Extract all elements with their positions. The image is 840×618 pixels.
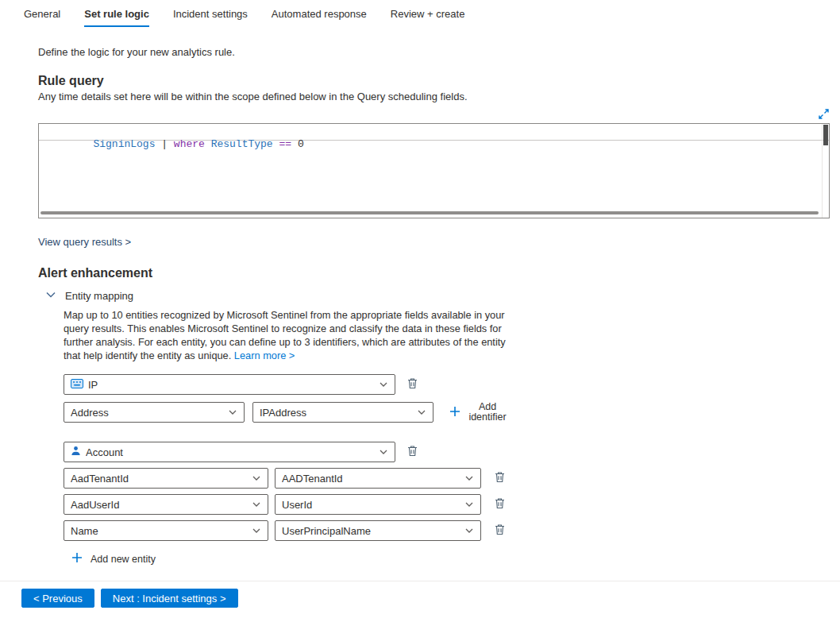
identifier-row: AadTenantId AADTenantId [64,468,840,489]
plus-icon [449,406,460,419]
vertical-scrollbar-thumb[interactable] [823,125,828,145]
entity-type-dropdown[interactable]: Account [64,442,395,462]
entity-type-value: IP [88,379,374,391]
chevron-down-icon [252,525,261,537]
tab-automated-response[interactable]: Automated response [272,8,367,27]
identifier-field-dropdown[interactable]: AadUserId [64,494,268,515]
delete-entity-button[interactable] [407,445,418,459]
identifier-value-dropdown[interactable]: UserId [275,494,481,515]
kql-token-operator: == [273,138,291,150]
delete-identifier-button[interactable] [495,523,505,538]
entity-type-value: Account [86,446,374,458]
chevron-down-icon [252,473,261,485]
tab-content: Define the logic for your new analytics … [0,46,840,566]
identifier-value-dropdown[interactable]: UserPrincipalName [275,520,481,541]
chevron-down-icon [228,407,237,419]
delete-identifier-button[interactable] [495,471,505,485]
chevron-down-icon [252,499,261,511]
account-icon [71,446,81,458]
add-new-entity-button[interactable]: Add new entity [71,552,156,566]
query-code-line[interactable]: SigninLogs | where ResultType == 0 [39,124,829,141]
entity-mapping-description: Map up to 10 entities recognized by Micr… [64,308,519,362]
query-editor[interactable]: SigninLogs | where ResultType == 0 [38,123,830,218]
entity-type-dropdown[interactable]: IP [64,374,395,395]
tab-review-create[interactable]: Review + create [391,8,465,27]
kql-token-column: ResultType [205,138,273,150]
identifier-field-value: AadTenantId [71,473,247,485]
identifier-row: Name UserPrincipalName [64,520,840,541]
horizontal-scrollbar[interactable] [40,211,819,215]
trash-icon [495,471,505,485]
entity-mapping-accordion[interactable]: Entity mapping [45,290,840,302]
tab-set-rule-logic[interactable]: Set rule logic [84,8,149,27]
chevron-down-icon [379,446,388,458]
kql-token-table: SigninLogs [93,138,155,150]
identifier-field-value: Name [71,525,247,537]
previous-button[interactable]: < Previous [21,589,94,608]
kql-token-keyword: where [174,138,205,150]
ip-icon [71,379,83,391]
rule-query-heading: Rule query [38,74,840,88]
chevron-down-icon [45,290,56,302]
learn-more-link[interactable]: Learn more > [234,350,295,361]
entity-row-ip: IP [64,374,840,395]
page-description: Define the logic for your new analytics … [38,46,840,58]
expand-icon [818,108,830,122]
delete-entity-button[interactable] [407,377,418,392]
chevron-down-icon [464,473,474,485]
identifier-row: Address IPAddress Add identifier [64,402,840,423]
trash-icon [495,523,505,538]
tab-incident-settings[interactable]: Incident settings [173,8,248,27]
identifier-value-dropdown[interactable]: IPAddress [252,402,433,423]
vertical-scrollbar[interactable] [822,124,829,218]
rule-query-subheading: Any time details set here will be within… [38,91,840,102]
identifier-value: IPAddress [260,407,412,419]
trash-icon [407,445,418,459]
chevron-down-icon [417,407,426,419]
view-query-results-link[interactable]: View query results > [38,236,131,248]
editor-toolbar [38,109,830,122]
identifier-field-dropdown[interactable]: Address [64,402,245,423]
chevron-down-icon [379,379,388,391]
alert-enhancement-heading: Alert enhancement [38,266,840,280]
identifier-row: AadUserId UserId [64,494,840,515]
trash-icon [495,497,505,512]
horizontal-scrollbar-thumb[interactable] [40,211,819,214]
identifier-value: UserId [282,499,460,511]
chevron-down-icon [464,499,474,511]
add-new-entity-label: Add new entity [91,554,156,565]
set-rule-logic-page: General Set rule logic Incident settings… [0,0,840,618]
delete-identifier-button[interactable] [495,497,505,512]
identifier-value: AADTenantId [282,473,460,485]
entity-row-account: Account [64,442,840,462]
plus-icon [71,552,83,566]
trash-icon [407,377,418,392]
identifier-field-dropdown[interactable]: AadTenantId [64,468,268,489]
chevron-down-icon [464,525,474,537]
identifier-field-dropdown[interactable]: Name [64,520,268,541]
expand-editor-button[interactable] [818,109,830,122]
add-identifier-label: Add identifier [467,402,508,423]
add-identifier-button[interactable]: Add identifier [449,402,508,423]
identifier-value: UserPrincipalName [282,525,460,537]
wizard-footer: < Previous Next : Incident settings > [0,581,840,618]
next-button[interactable]: Next : Incident settings > [101,589,238,608]
tab-general[interactable]: General [24,8,60,27]
entity-mapping-label: Entity mapping [65,290,133,302]
identifier-field-value: AadUserId [71,499,247,511]
wizard-tabs: General Set rule logic Incident settings… [0,0,840,27]
identifier-field-value: Address [71,407,223,419]
identifier-value-dropdown[interactable]: AADTenantId [275,468,481,489]
kql-token-number: 0 [291,138,304,150]
kql-token-pipe: | [155,138,173,150]
entity-mapping-body: IP Address [64,374,840,566]
